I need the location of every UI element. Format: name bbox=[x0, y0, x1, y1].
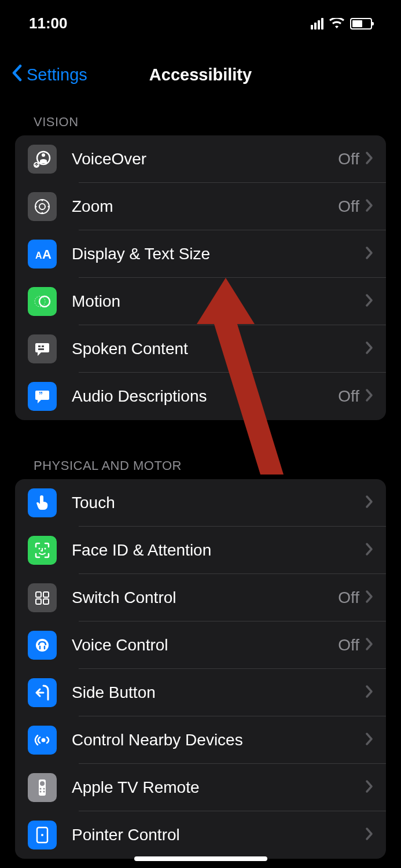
row-value: Off bbox=[338, 636, 359, 654]
battery-icon bbox=[350, 18, 372, 30]
chevron-left-icon bbox=[12, 64, 22, 86]
row-spoken-content[interactable]: Spoken Content bbox=[15, 325, 386, 373]
row-voiceover[interactable]: VoiceOver Off bbox=[15, 135, 386, 183]
pointer-control-icon bbox=[28, 821, 57, 849]
section-header-vision: VISION bbox=[0, 109, 401, 135]
chevron-right-icon bbox=[365, 779, 373, 796]
apple-tv-remote-icon bbox=[28, 773, 57, 802]
row-label: Spoken Content bbox=[72, 340, 365, 358]
chevron-right-icon bbox=[365, 198, 373, 215]
chevron-right-icon bbox=[365, 151, 373, 167]
row-pointer-control[interactable]: Pointer Control bbox=[15, 811, 386, 859]
row-apple-tv-remote[interactable]: Apple TV Remote bbox=[15, 764, 386, 811]
svg-point-5 bbox=[42, 200, 43, 201]
svg-rect-20 bbox=[43, 592, 49, 597]
svg-point-3 bbox=[35, 200, 49, 214]
chevron-right-icon bbox=[365, 246, 373, 262]
chevron-right-icon bbox=[365, 341, 373, 357]
faceid-icon bbox=[28, 536, 57, 565]
voice-control-icon bbox=[28, 631, 57, 660]
row-value: Off bbox=[338, 150, 359, 168]
row-label: Control Nearby Devices bbox=[72, 731, 365, 749]
section-vision: VoiceOver Off Zoom Off A A bbox=[15, 135, 386, 420]
motion-icon bbox=[28, 287, 57, 316]
text-size-icon: A A bbox=[28, 240, 57, 269]
row-motion[interactable]: Motion bbox=[15, 278, 386, 325]
row-value: Off bbox=[338, 589, 359, 607]
row-label: Display & Text Size bbox=[72, 245, 365, 263]
zoom-icon bbox=[28, 192, 57, 221]
svg-point-28 bbox=[43, 788, 45, 790]
row-voice-control[interactable]: Voice Control Off bbox=[15, 621, 386, 669]
row-value: Off bbox=[338, 387, 359, 406]
row-label: Face ID & Attention bbox=[72, 541, 365, 560]
chevron-right-icon bbox=[365, 637, 373, 653]
chevron-right-icon bbox=[365, 293, 373, 310]
status-indicators bbox=[311, 18, 372, 30]
svg-point-18 bbox=[45, 548, 46, 550]
chevron-right-icon bbox=[365, 827, 373, 843]
svg-point-1 bbox=[42, 153, 45, 157]
svg-point-6 bbox=[42, 212, 43, 214]
row-label: Pointer Control bbox=[72, 826, 365, 844]
back-label: Settings bbox=[27, 65, 87, 84]
switch-control-icon bbox=[28, 583, 57, 612]
cellular-signal-icon bbox=[311, 18, 323, 30]
svg-point-8 bbox=[48, 206, 50, 208]
svg-point-30 bbox=[43, 791, 45, 793]
svg-point-32 bbox=[41, 834, 43, 836]
row-audio-descriptions[interactable]: ” Audio Descriptions Off bbox=[15, 373, 386, 420]
svg-text:A: A bbox=[42, 247, 51, 262]
svg-point-7 bbox=[35, 206, 37, 208]
svg-rect-14 bbox=[42, 345, 44, 347]
voiceover-icon bbox=[28, 145, 57, 174]
svg-point-23 bbox=[36, 639, 49, 652]
row-zoom[interactable]: Zoom Off bbox=[15, 183, 386, 230]
section-physical-motor: Touch Face ID & Attention bbox=[15, 479, 386, 859]
row-label: Voice Control bbox=[72, 636, 338, 654]
svg-point-4 bbox=[39, 204, 45, 209]
row-value: Off bbox=[338, 197, 359, 216]
row-control-nearby[interactable]: Control Nearby Devices bbox=[15, 716, 386, 764]
row-label: Motion bbox=[72, 292, 365, 311]
svg-point-11 bbox=[39, 296, 50, 307]
chevron-right-icon bbox=[365, 732, 373, 748]
svg-rect-15 bbox=[38, 348, 44, 350]
svg-point-26 bbox=[40, 781, 45, 786]
back-button[interactable]: Settings bbox=[12, 64, 87, 86]
svg-point-27 bbox=[40, 788, 42, 790]
wifi-icon bbox=[329, 18, 344, 30]
row-switch-control[interactable]: Switch Control Off bbox=[15, 574, 386, 621]
touch-icon bbox=[28, 488, 57, 517]
svg-text:”: ” bbox=[39, 390, 43, 399]
section-header-physical: PHYSICAL AND MOTOR bbox=[0, 453, 401, 479]
chevron-right-icon bbox=[365, 685, 373, 701]
svg-point-24 bbox=[42, 738, 46, 742]
row-display-text-size[interactable]: A A Display & Text Size bbox=[15, 230, 386, 278]
home-indicator[interactable] bbox=[134, 856, 267, 861]
row-side-button[interactable]: Side Button bbox=[15, 669, 386, 716]
svg-rect-19 bbox=[36, 592, 41, 597]
row-touch[interactable]: Touch bbox=[15, 479, 386, 527]
status-time: 11:00 bbox=[29, 14, 68, 32]
page-title: Accessibility bbox=[149, 65, 252, 84]
row-label: Zoom bbox=[72, 197, 338, 216]
chevron-right-icon bbox=[365, 542, 373, 558]
audio-descriptions-icon: ” bbox=[28, 382, 57, 411]
svg-rect-22 bbox=[43, 599, 49, 604]
chevron-right-icon bbox=[365, 388, 373, 404]
row-label: Touch bbox=[72, 494, 365, 512]
svg-text:A: A bbox=[35, 251, 42, 260]
chevron-right-icon bbox=[365, 590, 373, 606]
row-label: Side Button bbox=[72, 683, 365, 702]
row-label: Apple TV Remote bbox=[72, 778, 365, 797]
side-button-icon bbox=[28, 678, 57, 707]
svg-point-17 bbox=[39, 548, 41, 550]
row-label: Audio Descriptions bbox=[72, 387, 338, 406]
row-label: VoiceOver bbox=[72, 150, 338, 168]
svg-rect-13 bbox=[38, 345, 41, 347]
svg-rect-21 bbox=[36, 599, 41, 604]
status-bar: 11:00 bbox=[0, 0, 401, 47]
spoken-content-icon bbox=[28, 334, 57, 363]
row-faceid[interactable]: Face ID & Attention bbox=[15, 527, 386, 574]
